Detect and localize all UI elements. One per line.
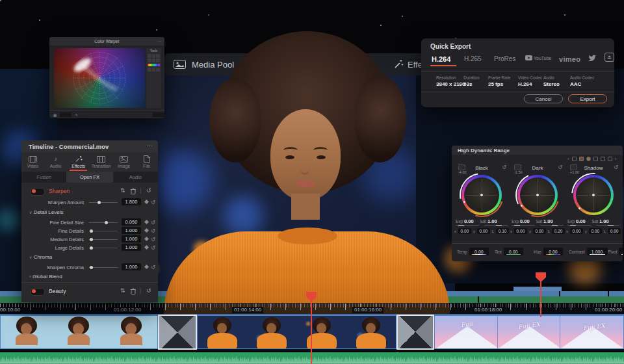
sat-slider[interactable] xyxy=(596,225,619,226)
export-button[interactable]: Export xyxy=(568,94,607,103)
tint-value[interactable]: 0.00 xyxy=(504,248,523,255)
sat-value[interactable]: 1.00 xyxy=(599,218,609,224)
reset-icon[interactable]: ↺ xyxy=(151,264,155,270)
audio-track[interactable] xyxy=(0,352,624,364)
wheel-center-dot[interactable] xyxy=(480,194,483,196)
zone-icon[interactable] xyxy=(579,157,584,161)
exp-value[interactable]: 0.00 xyxy=(464,218,474,224)
subtab-fusion[interactable]: Fusion xyxy=(21,172,67,183)
y-value[interactable]: 0.00 xyxy=(477,228,490,234)
zone-icon[interactable] xyxy=(586,157,591,161)
media-pool-button[interactable]: Media Pool xyxy=(192,60,234,70)
section-chroma[interactable]: ∨ Chroma xyxy=(29,254,52,260)
reset-icon[interactable]: ↺ xyxy=(151,236,155,242)
sharpen-amount-value[interactable]: 1.800 xyxy=(122,198,141,205)
sat-value[interactable]: 1.00 xyxy=(543,218,553,224)
tab-youtube[interactable]: YouTube xyxy=(525,55,552,60)
medium-details-slider[interactable] xyxy=(89,239,118,240)
tool-buttons[interactable] xyxy=(148,54,160,62)
reset-icon[interactable]: ↺ xyxy=(151,199,155,205)
subtab-audio[interactable]: Audio xyxy=(113,172,158,183)
l-value[interactable]: 0.20 xyxy=(552,228,565,234)
fine-details-value[interactable]: 1.000 xyxy=(122,227,141,234)
exp-value[interactable]: 0.00 xyxy=(520,218,530,224)
cross-dissolve-transition[interactable] xyxy=(158,315,197,350)
hue-value[interactable]: 0.00 xyxy=(543,248,563,255)
keyframe-icon[interactable] xyxy=(144,237,149,241)
y-value[interactable]: 0.00 xyxy=(533,228,546,234)
zone-icon[interactable] xyxy=(608,157,612,161)
clip-orange-sweater-woman[interactable] xyxy=(197,315,396,349)
twitter-icon[interactable] xyxy=(588,54,597,63)
nav-right-icon[interactable]: › xyxy=(615,157,616,161)
sharpen-enable-toggle[interactable] xyxy=(31,188,45,196)
tab-h265[interactable]: H.265 xyxy=(464,55,482,62)
temp-value[interactable]: 0.00 xyxy=(469,248,489,255)
large-details-value[interactable]: 1.000 xyxy=(122,244,141,251)
tab-vimeo[interactable]: vimeo xyxy=(559,55,580,63)
clip-fuji[interactable]: Fuji Fuji EX Fuji EX xyxy=(434,315,624,349)
sat-value[interactable]: 1.00 xyxy=(488,218,497,224)
hdr-titlebar[interactable]: High Dynamic Range xyxy=(452,146,623,155)
sharpen-amount-slider[interactable] xyxy=(89,202,118,203)
trash-icon[interactable] xyxy=(131,188,136,194)
medium-details-value[interactable]: 1.000 xyxy=(122,235,141,242)
tab-video[interactable]: Video xyxy=(21,152,44,172)
reset-icon[interactable]: ↺ xyxy=(151,244,155,251)
render-queue-icon[interactable] xyxy=(604,53,614,63)
sat-slider[interactable] xyxy=(484,225,508,226)
tab-effects[interactable]: Effects xyxy=(67,152,90,172)
sharpen-chroma-value[interactable]: 1.000 xyxy=(122,263,141,270)
keyframe-icon[interactable] xyxy=(144,220,149,224)
x-value[interactable]: 0.00 xyxy=(514,228,527,234)
nav-left-icon[interactable]: ‹ xyxy=(567,157,569,161)
keyframe-icon[interactable] xyxy=(144,200,149,204)
hue-gradient-strip[interactable] xyxy=(148,64,160,66)
pivot-value[interactable]: 0.00 xyxy=(619,248,623,255)
footer-value-box[interactable] xyxy=(60,112,72,117)
zone-icon[interactable] xyxy=(593,157,598,161)
reorder-icon[interactable]: ⇅ xyxy=(120,187,125,194)
tab-image[interactable]: Image xyxy=(112,152,135,172)
reset-icon[interactable]: ↺ xyxy=(614,164,618,170)
keyframe-icon[interactable] xyxy=(144,245,149,250)
tab-transition[interactable]: Transition xyxy=(90,152,112,172)
color-wheel[interactable] xyxy=(517,175,558,215)
color-wheel[interactable] xyxy=(573,175,614,215)
clip-laughing-woman[interactable] xyxy=(0,315,158,349)
contrast-value[interactable]: 1.000 xyxy=(587,248,608,255)
reset-icon[interactable]: ↺ xyxy=(502,164,506,170)
reset-icon[interactable]: ↺ xyxy=(151,228,155,234)
reset-icon[interactable]: ↺ xyxy=(146,187,151,194)
footer-icon[interactable]: ▦ xyxy=(53,113,57,117)
sat-slider[interactable] xyxy=(540,225,564,226)
cancel-button[interactable]: Cancel xyxy=(524,94,563,103)
x-value[interactable]: 0.00 xyxy=(570,228,583,234)
exp-value[interactable]: 0.00 xyxy=(576,218,586,224)
exp-slider[interactable] xyxy=(456,225,479,226)
zone-icon[interactable] xyxy=(601,157,605,161)
section-global-blend[interactable]: › Global Blend xyxy=(29,274,62,280)
effects-panel-titlebar[interactable]: Timeline - Commercial.mov ⋯ xyxy=(21,140,158,152)
timeline-ruler[interactable]: 01:00:10:00 01:00:12:00 01:00:14:00 01:0… xyxy=(0,303,624,314)
tab-prores[interactable]: ProRes xyxy=(494,55,515,62)
wheel-center-dot[interactable] xyxy=(592,194,595,196)
sharpen-chroma-slider[interactable] xyxy=(89,267,118,268)
tab-h264[interactable]: H.264 xyxy=(432,55,450,63)
l-value[interactable]: 0.10 xyxy=(496,228,509,234)
zone-icon[interactable] xyxy=(572,157,577,161)
tab-file[interactable]: File xyxy=(135,152,158,172)
keyframe-icon[interactable] xyxy=(144,265,149,269)
tool-buttons[interactable] xyxy=(148,68,160,72)
tab-audio[interactable]: ♪ Audio xyxy=(44,152,67,172)
minimap-clip-segment[interactable] xyxy=(514,287,562,291)
exp-slider[interactable] xyxy=(512,225,535,226)
reset-icon[interactable]: ↺ xyxy=(146,287,151,294)
exp-slider[interactable] xyxy=(567,225,591,226)
reset-icon[interactable]: ↺ xyxy=(151,219,155,226)
beauty-enable-toggle[interactable] xyxy=(31,288,45,296)
reset-icon[interactable]: ↺ xyxy=(558,164,562,170)
keyframe-icon[interactable] xyxy=(144,228,149,233)
l-value[interactable]: 0.00 xyxy=(608,228,621,234)
large-details-slider[interactable] xyxy=(89,248,118,248)
